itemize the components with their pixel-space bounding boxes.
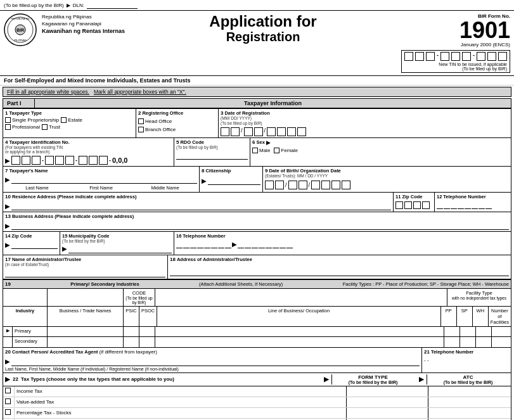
- primary-line-input[interactable]: [155, 327, 444, 336]
- zip-box[interactable]: [413, 201, 421, 209]
- tel-box[interactable]: [451, 201, 457, 209]
- head-office-checkbox[interactable]: [138, 118, 144, 124]
- tin-box2[interactable]: [22, 156, 30, 165]
- tel-box[interactable]: [485, 201, 492, 209]
- dob-box[interactable]: [299, 181, 307, 189]
- date-box[interactable]: [244, 127, 253, 136]
- date-box[interactable]: [221, 127, 229, 136]
- dln-input[interactable]: [87, 1, 138, 9]
- zip-box[interactable]: [422, 201, 430, 209]
- trust-checkbox[interactable]: [42, 124, 48, 130]
- admin-name-input[interactable]: [5, 269, 165, 277]
- branch-office[interactable]: Branch Office: [138, 127, 216, 132]
- tel-box[interactable]: [465, 201, 471, 209]
- tel16-box[interactable]: [197, 241, 203, 248]
- tel-box[interactable]: [458, 201, 464, 209]
- female-checkbox[interactable]: [274, 148, 279, 153]
- muni-input[interactable]: [68, 245, 172, 253]
- business-address-input[interactable]: [11, 221, 509, 230]
- professional-checkbox[interactable]: [5, 124, 11, 130]
- primary-psoc-input[interactable]: [139, 327, 155, 336]
- tin-box4[interactable]: [45, 156, 54, 165]
- tel16-box2[interactable]: [259, 241, 265, 248]
- date-box[interactable]: [277, 127, 286, 136]
- vat-ft[interactable]: [346, 397, 428, 407]
- secondary-sp-input[interactable]: [460, 337, 476, 347]
- dob-box[interactable]: [288, 181, 297, 189]
- tel16-box2[interactable]: [245, 241, 251, 248]
- tel16-box[interactable]: [190, 241, 196, 248]
- tin-box3[interactable]: [32, 156, 41, 165]
- secondary-facilities-input[interactable]: [492, 337, 511, 347]
- primary-pp-input[interactable]: [444, 327, 460, 336]
- primary-psic-input[interactable]: [124, 327, 139, 336]
- contact-input[interactable]: [11, 357, 420, 366]
- tel16-box2[interactable]: [279, 241, 286, 248]
- zip-box[interactable]: [404, 201, 412, 209]
- dob-box[interactable]: [331, 181, 340, 189]
- tel16-box[interactable]: [218, 241, 224, 248]
- dob-box[interactable]: [342, 181, 350, 189]
- income-atc[interactable]: [428, 386, 511, 397]
- secondary-pp-input[interactable]: [444, 337, 460, 347]
- tel16-box2[interactable]: [238, 241, 244, 248]
- sex-female[interactable]: Female: [274, 148, 298, 153]
- pct-stocks-check-col[interactable]: [3, 408, 15, 417]
- estate-checkbox[interactable]: [61, 117, 67, 123]
- secondary-business-input[interactable]: [48, 337, 124, 347]
- tel16-box2[interactable]: [273, 241, 279, 248]
- dob-box[interactable]: [265, 181, 274, 189]
- field21-placeholder[interactable]: - -: [424, 357, 509, 363]
- vat-check-col[interactable]: [3, 397, 15, 407]
- dob-box[interactable]: [311, 181, 320, 189]
- dob-box[interactable]: [275, 181, 284, 189]
- tel-box[interactable]: [437, 201, 443, 209]
- primary-sp-input[interactable]: [460, 327, 476, 336]
- field5-input[interactable]: [176, 152, 248, 160]
- admin-addr-input[interactable]: [170, 267, 509, 276]
- income-checkbox[interactable]: [5, 388, 11, 393]
- taxpayer-estate[interactable]: Estate: [61, 117, 82, 123]
- tel16-box[interactable]: [176, 241, 183, 248]
- tin-box9[interactable]: [99, 156, 108, 165]
- tin-box6[interactable]: [65, 156, 74, 165]
- date-box[interactable]: [287, 127, 296, 136]
- taxpayer-professional[interactable]: Professional: [5, 124, 40, 130]
- head-office[interactable]: Head Office: [138, 118, 216, 124]
- tin-box8[interactable]: [89, 156, 98, 165]
- pct-stocks-checkbox[interactable]: [5, 409, 11, 415]
- vat-atc[interactable]: [428, 397, 511, 407]
- tel-box[interactable]: [444, 201, 450, 209]
- tel-box[interactable]: [479, 201, 485, 209]
- primary-wh-input[interactable]: [476, 327, 492, 336]
- tel16-box[interactable]: [211, 241, 217, 248]
- zip-box[interactable]: [395, 201, 403, 209]
- date-box[interactable]: [254, 127, 263, 136]
- date-box[interactable]: [231, 127, 240, 136]
- secondary-line-input[interactable]: [155, 337, 444, 347]
- tel16-box[interactable]: [183, 241, 190, 248]
- dob-box[interactable]: [321, 181, 330, 189]
- single-checkbox[interactable]: [5, 117, 11, 123]
- tel-box[interactable]: [472, 201, 478, 209]
- tel16-box2[interactable]: [266, 241, 272, 248]
- male-checkbox[interactable]: [252, 148, 258, 153]
- branch-office-checkbox[interactable]: [138, 127, 144, 132]
- primary-facilities-input[interactable]: [492, 327, 511, 336]
- pct-stocks-atc[interactable]: [428, 408, 511, 418]
- citizenship-input[interactable]: [208, 176, 260, 185]
- sex-male[interactable]: Male: [252, 148, 270, 153]
- tin-box7[interactable]: [79, 156, 87, 165]
- tin-box5[interactable]: [55, 156, 64, 165]
- address-input[interactable]: [11, 201, 391, 210]
- secondary-wh-input[interactable]: [476, 337, 492, 347]
- tel16-box2[interactable]: [252, 241, 258, 248]
- zip14-input[interactable]: [11, 240, 58, 249]
- tel16-box[interactable]: [225, 241, 231, 248]
- pct-stocks-ft[interactable]: [346, 408, 428, 418]
- date-box[interactable]: [297, 127, 306, 136]
- date-box[interactable]: [267, 127, 276, 136]
- taxpayer-trust[interactable]: Trust: [42, 124, 60, 130]
- taxpayer-single[interactable]: Single Proprietorship: [5, 117, 59, 123]
- primary-business-input[interactable]: [48, 327, 124, 336]
